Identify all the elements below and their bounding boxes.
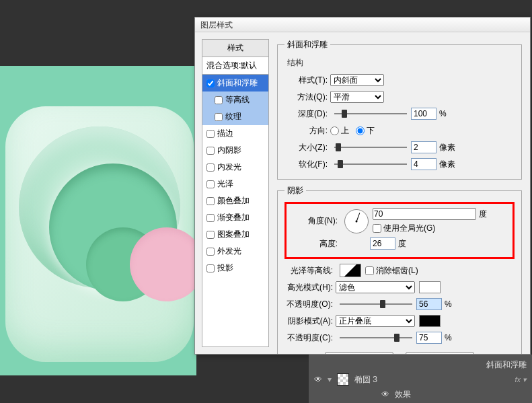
direction-label: 方向: [284, 125, 330, 137]
style-drop-shadow[interactable]: 投影 [202, 260, 268, 277]
gradient-overlay-checkbox[interactable] [206, 214, 215, 222]
hl-opacity-slider[interactable] [340, 299, 412, 309]
style-inner-glow[interactable]: 内发光 [202, 159, 268, 176]
altitude-label: 高度: [292, 238, 340, 250]
soften-label: 软化(F): [284, 159, 330, 170]
pink-circle [130, 227, 204, 301]
style-outer-glow[interactable]: 外发光 [202, 243, 268, 260]
shading-fieldset: 阴影 角度(N): 度 使用全局光(G) [277, 185, 522, 354]
hl-mode-label: 高光模式(H): [284, 282, 336, 293]
set-default-button[interactable]: 设置为默认值 [325, 352, 393, 354]
style-inner-shadow[interactable]: 内阴影 [202, 142, 268, 159]
dir-down-radio[interactable]: 下 [356, 125, 375, 137]
style-list-header: 样式 [202, 40, 268, 57]
hl-opacity-label: 不透明度(O): [284, 299, 336, 310]
texture-checkbox[interactable] [215, 113, 223, 121]
reset-default-button[interactable]: 复位为默认值 [406, 352, 474, 354]
sh-opacity-input[interactable] [416, 332, 442, 344]
size-label: 大小(Z): [284, 142, 330, 153]
bevel-fieldset: 斜面和浮雕 结构 样式(T): 内斜面 方法(Q): 平滑 深度(D): % [277, 39, 522, 180]
settings-panel: 斜面和浮雕 结构 样式(T): 内斜面 方法(Q): 平滑 深度(D): % [269, 32, 530, 354]
inner-shadow-checkbox[interactable] [206, 147, 215, 155]
altitude-input[interactable] [370, 237, 395, 250]
style-texture[interactable]: 纹理 [202, 108, 268, 125]
layers-panel: 斜面和浮雕 👁 ▾ 椭圆 3 fx ▾ 👁 效果 [309, 355, 532, 403]
antialias-checkbox[interactable]: 消除锯齿(L) [365, 265, 418, 277]
style-stroke[interactable]: 描边 [202, 125, 268, 142]
sh-opacity-slider[interactable] [340, 332, 412, 343]
contour-checkbox[interactable] [215, 96, 223, 104]
angle-input[interactable] [373, 208, 476, 220]
altitude-unit: 度 [398, 238, 417, 250]
angle-label: 角度(N): [292, 215, 340, 227]
fx-visibility-icon[interactable]: 👁 [381, 390, 389, 399]
bevel-checkbox[interactable] [206, 79, 215, 87]
style-color-overlay[interactable]: 颜色叠加 [202, 192, 268, 209]
style-gradient-overlay[interactable]: 渐变叠加 [202, 209, 268, 226]
layer-bevel-label: 斜面和浮雕 [486, 359, 527, 371]
angle-dial[interactable] [344, 209, 369, 233]
global-light-checkbox[interactable]: 使用全局光(G) [373, 223, 487, 234]
hl-opacity-input[interactable] [416, 298, 442, 310]
expand-icon[interactable]: ▾ [328, 375, 332, 384]
fx-badge[interactable]: fx ▾ [515, 375, 527, 384]
depth-input[interactable] [411, 108, 436, 120]
soften-unit: 像素 [439, 159, 458, 170]
method-select[interactable]: 平滑 [330, 91, 384, 103]
soften-slider[interactable] [334, 159, 407, 170]
angle-unit: 度 [479, 209, 487, 220]
dir-up-radio[interactable]: 上 [330, 125, 349, 137]
style-contour[interactable]: 等高线 [202, 91, 268, 108]
soften-input[interactable] [411, 158, 436, 170]
shading-legend: 阴影 [284, 185, 306, 196]
style-bevel[interactable]: 斜面和浮雕 [202, 75, 268, 91]
style-select[interactable]: 内斜面 [330, 74, 384, 86]
sh-mode-select[interactable]: 正片叠底 [336, 315, 415, 327]
color-overlay-checkbox[interactable] [206, 197, 215, 205]
method-label: 方法(Q): [284, 91, 330, 103]
style-satin[interactable]: 光泽 [202, 176, 268, 192]
layer-style-dialog: 图层样式 样式 混合选项:默认 斜面和浮雕 等高线 纹理 描边 内阴影 内发光 … [194, 17, 531, 355]
depth-label: 深度(D): [284, 108, 330, 120]
dialog-title-bar[interactable]: 图层样式 [195, 17, 530, 32]
gloss-contour-picker[interactable] [340, 264, 361, 277]
fx-label[interactable]: 效果 [395, 389, 411, 400]
sh-color-swatch[interactable] [419, 315, 441, 327]
outer-glow-checkbox[interactable] [206, 248, 215, 256]
satin-checkbox[interactable] [206, 180, 215, 188]
inner-glow-checkbox[interactable] [206, 163, 215, 172]
stroke-checkbox[interactable] [206, 130, 215, 138]
hl-opacity-unit: % [445, 299, 463, 309]
style-pattern-overlay[interactable]: 图案叠加 [202, 226, 268, 243]
icon-preview [5, 106, 194, 362]
outer-ring [19, 126, 180, 288]
depth-unit: % [439, 109, 458, 118]
style-label: 样式(T): [284, 75, 330, 86]
visibility-icon[interactable]: 👁 [314, 375, 322, 384]
hl-mode-select[interactable]: 滤色 [336, 281, 415, 293]
pattern-overlay-checkbox[interactable] [206, 231, 215, 239]
size-unit: 像素 [439, 142, 458, 153]
style-list: 样式 混合选项:默认 斜面和浮雕 等高线 纹理 描边 内阴影 内发光 光泽 颜色… [202, 39, 269, 347]
size-input[interactable] [411, 141, 436, 153]
layer-name[interactable]: 椭圆 3 [354, 374, 377, 386]
inner-ring [49, 163, 177, 291]
sh-opacity-label: 不透明度(C): [284, 332, 336, 344]
style-blend-options[interactable]: 混合选项:默认 [202, 57, 268, 75]
bevel-legend: 斜面和浮雕 [284, 39, 330, 50]
gloss-label: 光泽等高线: [284, 265, 336, 277]
sh-mode-label: 阴影模式(A): [284, 316, 336, 327]
canvas-area [0, 66, 196, 375]
drop-shadow-checkbox[interactable] [206, 264, 215, 272]
layer-thumbnail[interactable] [337, 373, 349, 386]
hl-color-swatch[interactable] [419, 281, 441, 293]
dialog-title: 图层样式 [200, 20, 233, 30]
sh-opacity-unit: % [445, 333, 463, 342]
structure-label: 结构 [287, 57, 515, 69]
highlighted-area: 角度(N): 度 使用全局光(G) 高度: [284, 202, 515, 259]
depth-slider[interactable] [334, 108, 407, 119]
size-slider[interactable] [334, 142, 407, 153]
